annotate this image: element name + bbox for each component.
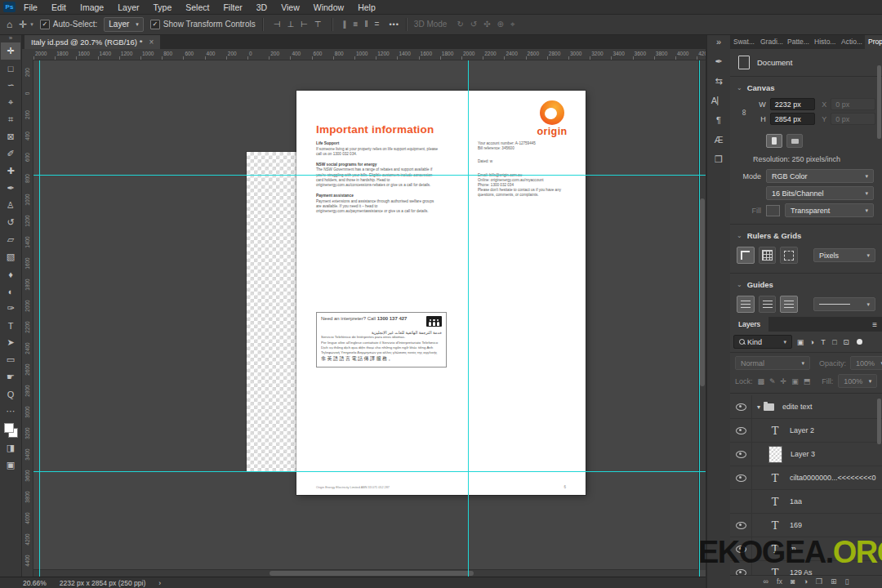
layer-row[interactable]: T1aa <box>730 490 882 514</box>
eye-icon[interactable] <box>736 569 746 576</box>
show-transform-option[interactable]: ✓ Show Transform Controls <box>150 20 256 29</box>
visibility-cell[interactable] <box>730 466 752 489</box>
status-chevron-icon[interactable]: › <box>158 579 161 587</box>
move-tool[interactable]: ✛ <box>1 42 20 60</box>
filter-pin-icon[interactable] <box>857 339 862 345</box>
guide[interactable] <box>699 60 700 577</box>
3d-scale-icon[interactable]: ⌖ <box>510 20 515 29</box>
3d-rotate-icon[interactable]: ↻ <box>457 20 463 29</box>
more-options-icon[interactable]: ••• <box>389 20 399 29</box>
distribute-h-icon[interactable]: ≡ <box>354 20 359 29</box>
menu-type[interactable]: Type <box>153 2 172 12</box>
layer-target-select[interactable]: Layer▾ <box>104 17 144 32</box>
new-group-icon[interactable]: ❒ <box>816 577 822 586</box>
link-dimensions-icon[interactable]: ∞ <box>740 109 750 116</box>
layer-row[interactable]: T169 <box>730 514 882 537</box>
visibility-cell[interactable] <box>730 561 752 575</box>
link-layers-icon[interactable]: ∞ <box>764 577 768 586</box>
filter-kind-select[interactable]: Kind ▾ <box>733 335 792 349</box>
healing-brush-tool[interactable]: ✚ <box>1 163 20 180</box>
align-center-h-icon[interactable]: ⊥ <box>287 20 294 29</box>
width-field[interactable]: 2232 px <box>770 98 815 110</box>
eye-icon[interactable] <box>736 474 746 482</box>
units-select[interactable]: Pixels▾ <box>813 248 875 262</box>
guide[interactable] <box>33 175 706 176</box>
layer-row[interactable]: Tcilta0000000...<<<<<<<<0 d <box>730 466 882 490</box>
show-transform-checkbox[interactable]: ✓ <box>150 20 160 29</box>
layer-row[interactable]: Layer 3 <box>730 443 882 466</box>
crop-tool[interactable]: ⌗ <box>1 111 20 128</box>
visibility-cell[interactable] <box>730 490 752 513</box>
distribute-top-icon[interactable]: = <box>375 20 380 29</box>
photoshop-logo-icon[interactable]: Ps <box>3 2 16 12</box>
3d-panel-icon[interactable]: ❒ <box>715 154 723 166</box>
clone-stamp-tool[interactable]: ♙ <box>1 197 20 214</box>
collapse-toolbar-icon[interactable]: » <box>9 34 12 42</box>
close-tab-icon[interactable]: × <box>149 38 154 47</box>
canvas-viewport[interactable]: Important information origin Life Suppor… <box>33 60 706 577</box>
align-left-icon[interactable]: ⊣ <box>274 20 281 29</box>
dodge-tool[interactable]: ◐ <box>1 283 20 300</box>
foreground-color-swatch[interactable] <box>4 423 14 433</box>
eyedropper-tool[interactable]: ✐ <box>1 145 20 163</box>
filter-shape-layers-icon[interactable]: □ <box>829 338 840 346</box>
menu-help[interactable]: Help <box>358 2 376 12</box>
document-page[interactable]: Important information origin Life Suppor… <box>296 91 586 495</box>
delete-layer-icon[interactable]: ▯ <box>844 577 849 586</box>
color-mode-select[interactable]: RGB Color▾ <box>766 169 874 183</box>
expand-caret-icon[interactable]: ▾ <box>757 403 760 411</box>
paragraph-panel-icon[interactable]: ¶ <box>716 115 721 127</box>
horizontal-ruler[interactable]: 2000180016001400120010008006004002000200… <box>33 49 706 60</box>
toggle-grid-button[interactable] <box>759 247 777 264</box>
home-icon[interactable]: ⌂ <box>7 19 12 30</box>
visibility-cell[interactable] <box>730 537 752 560</box>
toggle-guides-button[interactable] <box>737 296 755 313</box>
layers-scrollbar[interactable] <box>877 399 881 444</box>
edit-toolbar-icon[interactable]: ⋯ <box>1 403 20 420</box>
history-brush-tool[interactable]: ↺ <box>1 214 20 231</box>
ruler-origin-corner[interactable] <box>21 49 33 60</box>
visibility-cell[interactable] <box>730 395 752 418</box>
hidden-eye-box[interactable] <box>737 499 746 505</box>
eye-icon[interactable] <box>736 522 746 529</box>
filter-adjustment-layers-icon[interactable]: ◑ <box>806 338 817 346</box>
hand-tool[interactable]: ☛ <box>1 368 20 385</box>
lock-guides-button[interactable] <box>759 296 777 313</box>
character-panel-icon[interactable]: A⎸ <box>711 96 726 107</box>
filter-smart-objects-icon[interactable]: ⊡ <box>840 338 852 346</box>
canvas-horizontal-scrollbar[interactable] <box>33 569 699 577</box>
vertical-ruler[interactable]: 4002000200400600800100012001400160018002… <box>21 60 33 577</box>
layers-tab[interactable]: Layers <box>730 317 768 332</box>
guide[interactable] <box>33 471 706 472</box>
layer-row[interactable]: T129 As <box>730 561 882 575</box>
tool-presets-panel-icon[interactable]: ⇆ <box>715 76 722 87</box>
auto-select-option[interactable]: ✓ Auto-Select: <box>40 20 97 29</box>
zoom-level-field[interactable]: 20.66% <box>23 579 47 587</box>
eye-icon[interactable] <box>736 427 746 434</box>
pen-tool[interactable]: ✑ <box>1 300 20 317</box>
menu-layer[interactable]: Layer <box>118 2 139 12</box>
foreground-background-swatches[interactable] <box>1 420 20 439</box>
brushes-panel-icon[interactable]: ✒ <box>715 56 722 68</box>
tab-patte[interactable]: Patte... <box>784 34 811 49</box>
align-right-icon[interactable]: ⊢ <box>301 20 308 29</box>
fill-swatch[interactable] <box>766 205 780 216</box>
guides-section-header[interactable]: ⌄ Guides <box>730 274 882 293</box>
distribute-left-icon[interactable]: ‖ <box>364 20 368 29</box>
panel-menu-icon[interactable]: ≡ <box>867 317 882 332</box>
quick-mask-icon[interactable]: ◨ <box>1 439 20 457</box>
visibility-cell[interactable] <box>730 443 752 466</box>
type-tool[interactable]: T <box>1 317 20 334</box>
path-select-tool[interactable]: ➤ <box>1 334 20 351</box>
3d-roll-icon[interactable]: ↺ <box>470 20 477 29</box>
fill-select[interactable]: Transparent▾ <box>785 203 874 217</box>
menu-3d[interactable]: 3D <box>256 2 267 12</box>
align-top-icon[interactable]: ⊤ <box>314 20 322 29</box>
tab-swat[interactable]: Swat... <box>730 34 757 49</box>
toggle-snap-button[interactable] <box>780 247 798 264</box>
visibility-cell[interactable] <box>730 514 752 537</box>
menu-view[interactable]: View <box>281 2 300 12</box>
height-field[interactable]: 2854 px <box>770 113 815 125</box>
tool-preset-caret-icon[interactable]: ▾ <box>30 21 33 28</box>
menu-select[interactable]: Select <box>185 2 209 12</box>
